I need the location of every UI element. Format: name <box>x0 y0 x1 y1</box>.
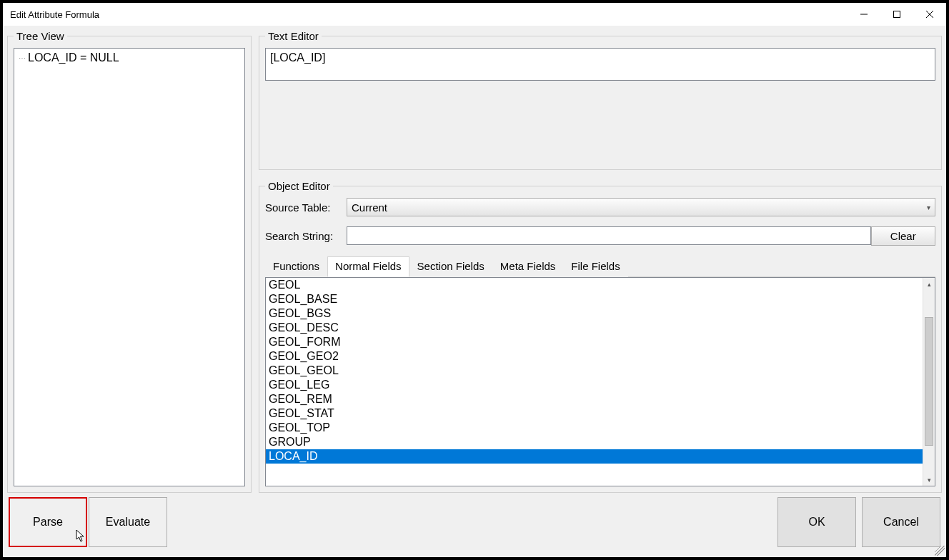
formula-textarea[interactable] <box>265 48 935 81</box>
clear-button[interactable]: Clear <box>871 226 935 246</box>
list-item[interactable]: GEOL_GEOL <box>266 364 923 378</box>
tab-normal-fields[interactable]: Normal Fields <box>327 256 409 277</box>
evaluate-button[interactable]: Evaluate <box>89 497 167 547</box>
scroll-thumb[interactable] <box>925 317 933 446</box>
window: Edit Attribute Formula Tree View LOCA_ID… <box>3 3 946 557</box>
close-button[interactable] <box>913 3 946 26</box>
text-editor-group: Text Editor <box>259 30 942 170</box>
chevron-down-icon: ▾ <box>927 204 930 211</box>
fields-list[interactable]: GEOLGEOL_BASEGEOL_BGSGEOL_DESCGEOL_FORMG… <box>266 278 923 486</box>
ok-button[interactable]: OK <box>777 497 856 547</box>
list-item[interactable]: GEOL_REM <box>266 392 923 406</box>
tree-item[interactable]: LOCA_ID = NULL <box>19 51 240 64</box>
list-item[interactable]: GEOL_GEO2 <box>266 349 923 364</box>
resize-grip-icon[interactable] <box>935 546 945 556</box>
object-editor-legend: Object Editor <box>265 180 333 192</box>
list-item[interactable]: GEOL_BASE <box>266 292 923 306</box>
scroll-down-icon[interactable]: ▾ <box>923 474 935 486</box>
minimize-button[interactable] <box>848 3 880 26</box>
object-editor-group: Object Editor Source Table: Current ▾ Se… <box>259 180 942 493</box>
fields-scrollbar[interactable]: ▴ ▾ <box>923 278 935 486</box>
source-table-value: Current <box>352 201 387 214</box>
tab-file-fields[interactable]: File Fields <box>563 256 627 277</box>
cancel-button[interactable]: Cancel <box>862 497 940 547</box>
list-item[interactable]: GEOL_LEG <box>266 378 923 392</box>
list-item[interactable]: LOCA_ID <box>266 449 923 464</box>
fields-list-wrap: GEOLGEOL_BASEGEOL_BGSGEOL_DESCGEOL_FORMG… <box>265 277 935 486</box>
list-item[interactable]: GEOL_BGS <box>266 306 923 321</box>
source-table-label: Source Table: <box>265 201 347 214</box>
tree-view-area[interactable]: LOCA_ID = NULL <box>14 48 245 486</box>
list-item[interactable]: GEOL_DESC <box>266 321 923 335</box>
maximize-button[interactable] <box>880 3 913 26</box>
tabstrip: FunctionsNormal FieldsSection FieldsMeta… <box>265 256 935 277</box>
tab-meta-fields[interactable]: Meta Fields <box>492 256 564 277</box>
list-item[interactable]: GEOL_FORM <box>266 335 923 349</box>
titlebar: Edit Attribute Formula <box>3 3 946 26</box>
list-item[interactable]: GEOL_STAT <box>266 406 923 421</box>
footer: Parse Evaluate OK Cancel <box>3 493 946 557</box>
search-string-input[interactable] <box>347 226 871 245</box>
list-item[interactable]: GEOL <box>266 278 923 292</box>
tab-functions[interactable]: Functions <box>265 256 327 277</box>
svg-rect-0 <box>894 11 900 18</box>
tree-view-group: Tree View LOCA_ID = NULL <box>7 30 252 493</box>
tree-view-legend: Tree View <box>14 30 67 42</box>
list-item[interactable]: GEOL_TOP <box>266 421 923 435</box>
window-title: Edit Attribute Formula <box>10 9 99 20</box>
text-editor-legend: Text Editor <box>265 30 322 42</box>
source-table-select[interactable]: Current ▾ <box>347 198 935 216</box>
list-item[interactable]: GROUP <box>266 435 923 449</box>
scroll-up-icon[interactable]: ▴ <box>923 278 935 290</box>
parse-button[interactable]: Parse <box>9 497 87 547</box>
tab-section-fields[interactable]: Section Fields <box>409 256 492 277</box>
search-string-label: Search String: <box>265 230 347 242</box>
